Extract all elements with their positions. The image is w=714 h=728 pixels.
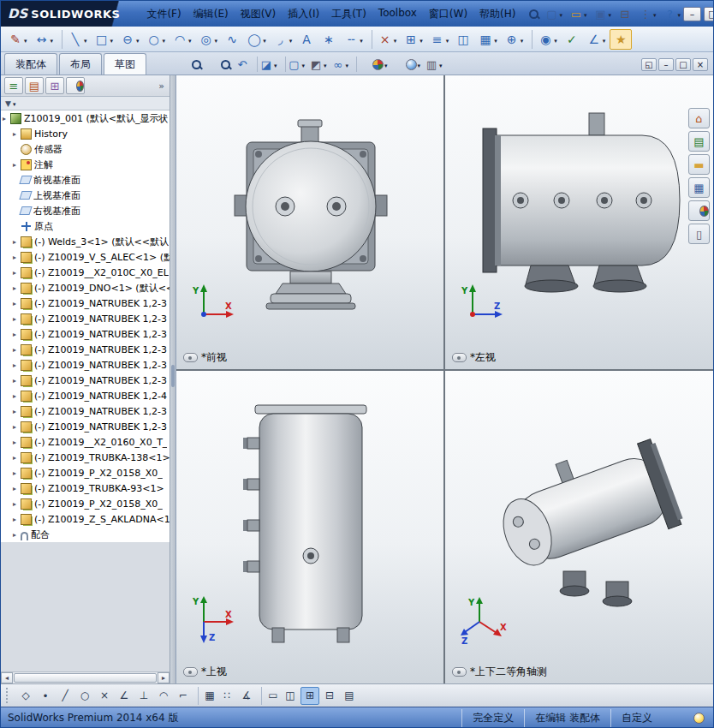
tank-shell[interactable] xyxy=(259,414,362,630)
menu-item[interactable]: 插入(I) xyxy=(282,3,325,25)
commandmanager-tab[interactable]: 布局 xyxy=(59,53,102,75)
top-viewport[interactable]: Y X Z *上视 xyxy=(176,371,443,683)
splitter-handle[interactable] xyxy=(171,365,175,387)
expand-arrow-icon[interactable] xyxy=(13,439,21,446)
tree-item[interactable]: (-) Z10019_TRUBKA-93<1> xyxy=(1,480,170,496)
appearances-tab[interactable] xyxy=(688,200,710,221)
filter-vertices-button[interactable]: ∙ xyxy=(36,687,55,705)
expand-arrow-icon[interactable] xyxy=(13,300,21,307)
new-document-button[interactable]: ▢ xyxy=(542,5,565,22)
help-button[interactable]: ? xyxy=(661,5,684,22)
expand-arrow-icon[interactable] xyxy=(13,238,21,246)
apply-scene-button[interactable] xyxy=(390,57,423,72)
tree-item[interactable]: (-) Z10019__X2_010C_X0_EL xyxy=(1,265,170,280)
fillet-tool-button[interactable]: ◞ xyxy=(271,30,295,49)
tank-shell[interactable] xyxy=(246,141,376,272)
minimize-button[interactable]: – xyxy=(683,7,701,21)
smart-dimension-button[interactable]: ↔ xyxy=(32,30,57,49)
menu-item[interactable]: 帮助(H) xyxy=(473,3,521,25)
isometric-viewport[interactable]: Y X Z *上下二等角轴测 xyxy=(445,371,714,683)
scroll-left-arrow-icon[interactable]: ◂ xyxy=(1,672,13,683)
filter-intersections-button[interactable]: × xyxy=(95,687,114,705)
file-explorer-tab[interactable]: ▬ xyxy=(688,154,710,175)
expand-arrow-icon[interactable] xyxy=(13,331,21,338)
filter-funnel-icon[interactable]: ▼ xyxy=(5,99,11,108)
menu-item[interactable]: Toolbox xyxy=(372,3,423,25)
foot[interactable] xyxy=(337,628,349,642)
view-orientation-badge[interactable] xyxy=(452,353,467,362)
text-tool-button[interactable]: A xyxy=(296,30,317,49)
zoom-fit-button[interactable] xyxy=(176,57,204,72)
section-view-button[interactable]: ◪ xyxy=(257,57,279,72)
open-button[interactable]: ▭ xyxy=(567,5,590,22)
tree-item[interactable]: 前视基准面 xyxy=(1,172,170,188)
rectangle-tool-button[interactable]: □ xyxy=(92,30,116,49)
top-lip[interactable] xyxy=(255,405,366,414)
filter-dropdown-caret[interactable] xyxy=(12,99,16,108)
quick-snaps-button[interactable]: ∠ xyxy=(584,30,609,49)
rapid-sketch-button[interactable]: ★ xyxy=(610,29,632,50)
side-stub[interactable] xyxy=(247,438,259,449)
viewport-single-button[interactable]: ▭ xyxy=(261,687,280,705)
tree-item[interactable]: (-) Z10019_NATRUBEK 1,2-3 xyxy=(1,342,170,357)
line-tool-button[interactable]: ╲ xyxy=(62,30,90,49)
display-relations-button[interactable]: ◉ xyxy=(532,30,560,49)
expand-arrow-icon[interactable] xyxy=(13,346,21,354)
repair-sketch-button[interactable]: ✓ xyxy=(562,30,582,49)
slot-tool-button[interactable]: ⊖ xyxy=(117,30,142,49)
left-viewport[interactable]: Y Z *左视 xyxy=(445,75,714,369)
tree-item[interactable]: (-) Z10019_P_X2_0158_X0_ xyxy=(1,465,170,480)
tree-item[interactable]: (-) Z10019_NATRUBEK 1,2-3 xyxy=(1,326,170,342)
configurationmanager-tab[interactable]: ⊞ xyxy=(45,77,64,94)
view-settings-button[interactable]: ▥ xyxy=(423,57,444,72)
snap-angle-button[interactable]: ∡ xyxy=(237,687,256,705)
hide-show-items-button[interactable]: ∞ xyxy=(330,57,351,72)
quick-tips-icon[interactable] xyxy=(693,713,705,724)
link-views-button[interactable]: ▤ xyxy=(340,687,359,705)
filter-perpendicular-button[interactable]: ⊥ xyxy=(134,687,153,705)
viewport-four-button[interactable]: ⊞ xyxy=(300,687,319,705)
pedestal[interactable] xyxy=(290,272,331,283)
expand-arrow-icon[interactable] xyxy=(13,130,21,138)
foot[interactable] xyxy=(272,628,284,642)
expand-arrow-icon[interactable] xyxy=(13,469,21,477)
expand-arrow-icon[interactable] xyxy=(13,485,21,492)
expand-arrow-icon[interactable] xyxy=(13,161,21,169)
maximize-button[interactable]: □ xyxy=(704,7,714,21)
tree-item[interactable]: 原点 xyxy=(1,218,170,234)
previous-view-button[interactable]: ↶ xyxy=(234,57,251,72)
commandmanager-tab[interactable]: 装配体 xyxy=(4,53,57,75)
tree-item[interactable]: (-) Z10019_NATRUBEK 1,2-3 xyxy=(1,311,170,326)
viewport-two-button[interactable]: ◫ xyxy=(281,687,300,705)
expand-arrow-icon[interactable] xyxy=(3,115,10,122)
side-stub[interactable] xyxy=(247,561,259,572)
expand-arrow-icon[interactable] xyxy=(13,269,21,277)
filter-corner-button[interactable]: ⌐ xyxy=(174,687,193,705)
side-stub[interactable] xyxy=(247,479,259,490)
doc-minimize-button[interactable]: – xyxy=(658,58,674,71)
scrollbar-thumb[interactable] xyxy=(14,673,157,683)
sketch-tool-button[interactable]: ✎ xyxy=(5,30,30,49)
expand-arrow-icon[interactable] xyxy=(13,315,21,323)
front-viewport[interactable]: Y X *前视 xyxy=(176,75,443,369)
expand-arrow-icon[interactable] xyxy=(13,392,21,400)
grid-snap-button[interactable]: ▦ xyxy=(198,687,217,705)
tree-item[interactable]: (-) Z10019_NATRUBEK 1,2-4 xyxy=(1,388,170,403)
resources-tab[interactable]: ⌂ xyxy=(688,108,710,128)
design-library-tab[interactable]: ▤ xyxy=(688,131,710,152)
trim-entities-button[interactable]: × xyxy=(372,30,400,49)
view-orientation-button[interactable]: ▢ xyxy=(285,57,307,72)
menu-item[interactable]: 文件(F) xyxy=(140,3,187,25)
tree-item[interactable]: (-) Z10019_V_S_ALEC<1> (默 xyxy=(1,249,170,265)
expand-arrow-icon[interactable] xyxy=(13,531,21,539)
expand-arrow-icon[interactable] xyxy=(13,377,21,385)
tree-item[interactable]: 传感器 xyxy=(1,141,170,157)
propertymanager-tab[interactable]: ▤ xyxy=(25,77,44,94)
filter-faces-button[interactable]: ○ xyxy=(75,687,94,705)
tree-item[interactable]: History xyxy=(1,126,170,141)
view-orientation-badge[interactable] xyxy=(452,667,467,677)
tree-item[interactable]: (-) Z10019_TRUBKA-138<1> xyxy=(1,450,170,465)
expand-arrow-icon[interactable] xyxy=(13,423,21,431)
point-tool-button[interactable]: ∗ xyxy=(318,30,339,49)
print-button[interactable]: ⊟ xyxy=(616,5,634,22)
